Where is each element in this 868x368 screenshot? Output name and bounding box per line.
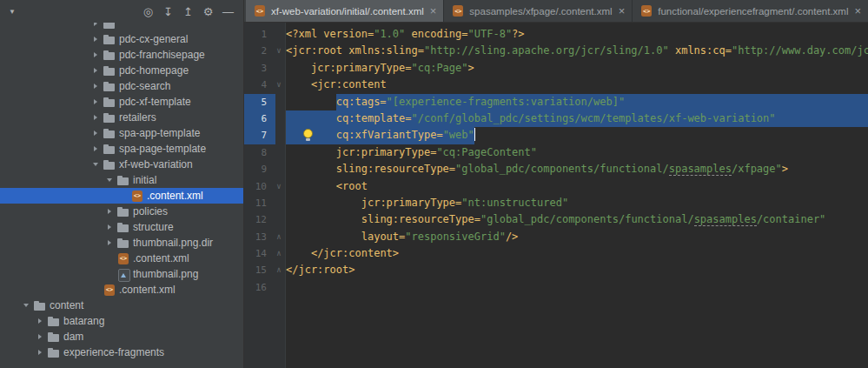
project-dropdown-caret-icon[interactable]: ▼ [5, 3, 19, 20]
tree-row[interactable] [0, 23, 243, 31]
chevron-icon[interactable] [89, 23, 103, 26]
chevron-icon[interactable] [33, 318, 47, 324]
folder-icon [103, 96, 116, 109]
fold-marker[interactable]: ∨ [272, 77, 286, 93]
fold-marker [272, 279, 286, 296]
code-line[interactable]: cq:tags="[experience-fragments:variation… [286, 94, 868, 110]
xml-file-icon [639, 4, 653, 17]
editor-tab[interactable]: functional/experiencefragment/.content.x… [633, 0, 868, 22]
editor-line: 4 ∨ <jcr:content [244, 77, 868, 93]
tree-row[interactable]: pdc-cx-general [0, 31, 243, 47]
chevron-icon[interactable] [103, 178, 116, 182]
code-line[interactable]: <root [286, 178, 868, 195]
code-line[interactable]: <?xml version="1.0" encoding="UTF-8"?> [286, 26, 868, 43]
collapse-all-icon[interactable]: ↥ [178, 3, 198, 20]
code-line[interactable]: </jcr:content> [286, 245, 868, 262]
chevron-icon[interactable] [103, 224, 116, 230]
project-toolbar: ▼ ◎↧↥⚙— [0, 0, 243, 23]
fold-marker[interactable]: ∧ [272, 229, 286, 245]
tree-row[interactable]: pdc-xf-template [0, 94, 243, 110]
editor-tab[interactable]: spasamples/xfpage/.content.xml × [444, 0, 633, 22]
chevron-icon[interactable] [89, 52, 103, 57]
tree-row[interactable]: xf-web-variation [0, 157, 243, 172]
tree-row[interactable]: thumbnail.png [0, 266, 243, 282]
tree-row[interactable]: content [0, 298, 243, 313]
folder-icon [103, 143, 116, 156]
tree-row[interactable]: .content.xml [0, 251, 243, 266]
tree-row[interactable]: .content.xml [0, 282, 243, 298]
close-icon[interactable]: × [430, 5, 437, 17]
chevron-icon[interactable] [89, 37, 103, 42]
code-editor[interactable]: 1 <?xml version="1.0" encoding="UTF-8"?>… [244, 23, 868, 368]
code-token: /xfpage" [732, 163, 782, 175]
intention-bulb-icon[interactable] [302, 129, 313, 142]
chevron-icon[interactable] [89, 146, 103, 151]
code-line[interactable]: layout="responsiveGrid"/> [286, 229, 868, 245]
fold-marker [272, 144, 286, 161]
code-line[interactable]: <jcr:root xmlns:sling="http://sling.apac… [286, 43, 868, 59]
code-line[interactable]: cq:xfVariantType="web" [286, 127, 868, 144]
fold-marker[interactable]: ∨ [272, 43, 286, 59]
code-token: jcr:primaryType= [361, 197, 462, 209]
tree-row[interactable]: thumbnail.png.dir [0, 235, 243, 251]
tree-row[interactable]: retailers [0, 110, 243, 125]
close-icon[interactable]: × [619, 5, 626, 17]
code-token: /> [506, 231, 518, 243]
tree-row[interactable]: dam [0, 329, 243, 345]
chevron-icon[interactable] [89, 163, 103, 166]
expand-all-icon[interactable]: ↧ [158, 3, 178, 20]
code-line[interactable]: <jcr:content [286, 77, 868, 93]
chevron-icon[interactable] [33, 334, 47, 339]
tree-row[interactable]: batarang [0, 313, 243, 329]
tab-label: xf-web-variation/initial/.content.xml [271, 6, 424, 17]
tree-row[interactable]: spa-app-template [0, 125, 243, 141]
chevron-icon[interactable] [103, 240, 116, 245]
folder-icon [103, 158, 116, 171]
tree-item-label: initial [133, 174, 156, 186]
chevron-icon[interactable] [89, 84, 103, 89]
code-line[interactable]: jcr:primaryType="nt:unstructured" [286, 195, 868, 211]
code-token [286, 146, 336, 158]
line-number: 3 [244, 60, 272, 77]
fold-marker[interactable]: ∧ [272, 262, 286, 278]
code-line[interactable]: sling:resourceType="global_pdc/component… [286, 211, 868, 228]
tree-row[interactable]: policies [0, 204, 243, 219]
chevron-icon[interactable] [89, 68, 103, 73]
tree-row[interactable]: pdc-search [0, 78, 243, 94]
fold-marker[interactable]: ∧ [272, 245, 286, 262]
code-token: "UTF-8" [468, 28, 513, 40]
tree-row[interactable]: pdc-homepage [0, 63, 243, 78]
code-token: </jcr:content> [311, 247, 399, 259]
tree-row[interactable]: .content.xml [0, 188, 243, 204]
tree-row[interactable]: initial [0, 172, 243, 188]
chevron-icon[interactable] [89, 99, 103, 104]
chevron-icon[interactable] [103, 209, 116, 214]
tree-row[interactable]: pdc-franchisepage [0, 47, 243, 63]
locate-file-icon[interactable]: ◎ [138, 3, 158, 20]
tree-item-label: content [50, 299, 83, 311]
tree-row[interactable]: spa-page-template [0, 141, 243, 157]
code-line[interactable]: sling:resourceType="global_pdc/component… [286, 161, 868, 177]
chevron-icon[interactable] [33, 350, 47, 355]
chevron-icon[interactable] [89, 115, 103, 120]
code-token: jcr:primaryType= [336, 146, 437, 158]
editor-line: 6 cq:template="/conf/global_pdc/settings… [244, 110, 868, 127]
settings-gear-icon[interactable]: ⚙ [198, 3, 218, 20]
tree-item-label: experience-fragments [63, 346, 164, 358]
tree-row[interactable]: structure [0, 219, 243, 235]
chevron-icon[interactable] [19, 304, 33, 307]
folder-icon [116, 237, 130, 250]
code-line[interactable]: cq:template="/conf/global_pdc/settings/w… [286, 110, 868, 127]
close-icon[interactable]: × [855, 5, 862, 17]
code-line[interactable]: jcr:primaryType="cq:PageContent" [286, 144, 868, 161]
tree-row[interactable]: experience-fragments [0, 345, 243, 360]
code-token: "nt:unstructured" [461, 197, 568, 209]
fold-marker[interactable]: ∨ [272, 178, 286, 195]
editor-tab[interactable]: xf-web-variation/initial/.content.xml × [246, 0, 444, 22]
code-line[interactable]: jcr:primaryType="cq:Page"> [286, 60, 868, 77]
chevron-icon[interactable] [89, 130, 103, 136]
hide-panel-icon[interactable]: — [218, 3, 238, 20]
code-line[interactable]: </jcr:root> [286, 262, 868, 278]
editor-line: 12 sling:resourceType="global_pdc/compon… [244, 211, 868, 228]
code-line[interactable] [286, 279, 868, 296]
